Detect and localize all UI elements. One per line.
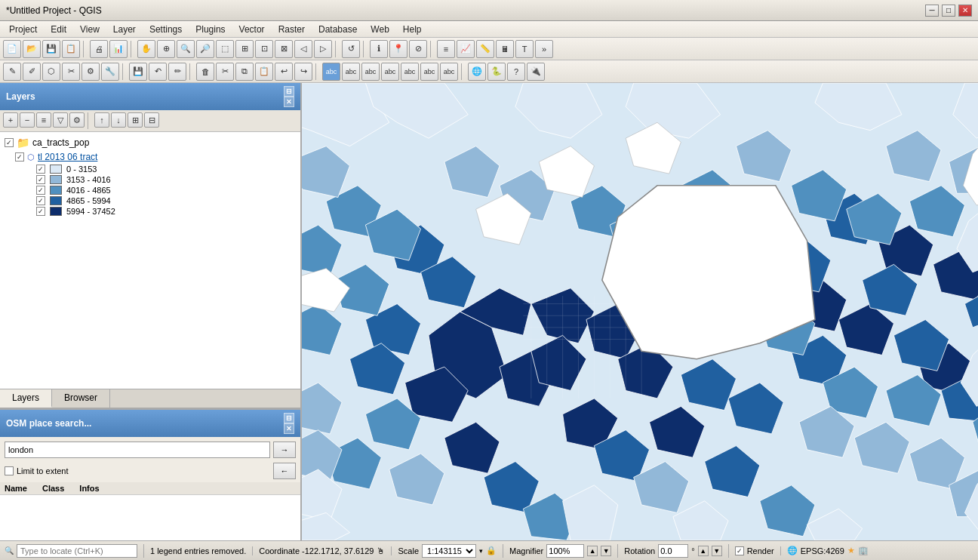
- render-checkbox[interactable]: [735, 546, 744, 555]
- digitize-btn5[interactable]: ⚙: [82, 63, 100, 81]
- mag-spin-down[interactable]: ▼: [601, 546, 611, 556]
- zoom-full-button[interactable]: ⊠: [275, 40, 293, 58]
- layers-float-button[interactable]: ⊟: [284, 86, 294, 97]
- minimize-button[interactable]: ─: [925, 5, 939, 17]
- digitize-advanced1[interactable]: 🌐: [468, 63, 486, 81]
- digitize-btn1[interactable]: ✎: [3, 63, 21, 81]
- osm-search-input[interactable]: [5, 442, 270, 458]
- digitize-btn4[interactable]: ✂: [62, 63, 80, 81]
- python-btn[interactable]: 🐍: [487, 63, 506, 81]
- menu-layer[interactable]: Layer: [107, 23, 142, 36]
- undo-btn[interactable]: ↩: [275, 63, 293, 81]
- delete-btn[interactable]: 🗑: [196, 63, 214, 81]
- menu-edit[interactable]: Edit: [45, 23, 72, 36]
- menu-view[interactable]: View: [74, 23, 106, 36]
- zoom-selection-button[interactable]: ⊞: [235, 40, 254, 58]
- limit-checkbox[interactable]: [5, 466, 14, 475]
- legend-check-2[interactable]: [36, 186, 45, 195]
- copy-btn[interactable]: ⧉: [235, 63, 254, 81]
- magnifier-input[interactable]: [546, 544, 584, 558]
- pan-button[interactable]: ✋: [137, 40, 155, 58]
- calc-button[interactable]: 🖩: [496, 40, 514, 58]
- layer-group-item[interactable]: 📁 ca_tracts_pop: [0, 135, 300, 150]
- save-as-button[interactable]: 📋: [62, 40, 80, 58]
- maximize-button[interactable]: □: [942, 5, 955, 17]
- edit-btn[interactable]: ✏: [168, 63, 186, 81]
- rubber-band-button[interactable]: ⬚: [216, 40, 234, 58]
- filter-layer-btn[interactable]: ▽: [53, 112, 68, 128]
- rot-spin-up[interactable]: ▲: [698, 546, 709, 556]
- menu-plugins[interactable]: Plugins: [189, 23, 231, 36]
- save-project-button[interactable]: 💾: [42, 40, 60, 58]
- expand-all-btn[interactable]: ⊞: [128, 112, 143, 128]
- menu-help[interactable]: Help: [397, 23, 428, 36]
- map-area[interactable]: [302, 83, 978, 540]
- remove-layer-btn[interactable]: −: [20, 112, 35, 128]
- legend-check-3[interactable]: [36, 196, 45, 205]
- move-down-btn[interactable]: ↓: [111, 112, 126, 128]
- more-button[interactable]: »: [535, 40, 553, 58]
- legend-check-4[interactable]: [36, 207, 45, 216]
- digitize-btn3[interactable]: ⬡: [42, 63, 60, 81]
- text-button[interactable]: T: [515, 40, 534, 58]
- measure-button[interactable]: 📏: [476, 40, 494, 58]
- help-btn[interactable]: ?: [507, 63, 525, 81]
- zoom-out-button[interactable]: 🔎: [196, 40, 214, 58]
- label-btn2[interactable]: abc: [342, 63, 360, 81]
- identify-button[interactable]: ℹ: [370, 40, 388, 58]
- layer-item[interactable]: ⬡ tl 2013 06 tract: [0, 150, 300, 164]
- select-location-button[interactable]: 📍: [389, 40, 408, 58]
- label-btn6[interactable]: abc: [420, 63, 438, 81]
- collapse-all-btn[interactable]: ⊟: [144, 112, 159, 128]
- zoom-in-button[interactable]: 🔍: [177, 40, 195, 58]
- legend-check-1[interactable]: [36, 175, 45, 184]
- zoom-next-button[interactable]: ▷: [314, 40, 332, 58]
- cut-btn[interactable]: ✂: [216, 63, 234, 81]
- digitize-btn6[interactable]: 🔧: [101, 63, 119, 81]
- locate-input[interactable]: [17, 544, 137, 558]
- save-layer-btn[interactable]: 💾: [129, 63, 147, 81]
- plugin-btn[interactable]: 🔌: [527, 63, 545, 81]
- digitize-btn2[interactable]: ✐: [23, 63, 41, 81]
- label-btn7[interactable]: abc: [440, 63, 458, 81]
- rollback-btn[interactable]: ↶: [149, 63, 167, 81]
- scale-select[interactable]: 1:143115: [422, 544, 476, 558]
- label-btn3[interactable]: abc: [361, 63, 380, 81]
- pan-to-selection-button[interactable]: ⊕: [157, 40, 175, 58]
- osm-back-button[interactable]: ←: [273, 463, 296, 479]
- new-project-button[interactable]: 📄: [3, 40, 21, 58]
- refresh-button[interactable]: ↺: [342, 40, 360, 58]
- deselect-button[interactable]: ⊘: [409, 40, 427, 58]
- print-composer-button[interactable]: 📊: [109, 40, 128, 58]
- print-button[interactable]: 🖨: [90, 40, 108, 58]
- layers-close-button[interactable]: ✕: [284, 97, 294, 107]
- layer-options-btn[interactable]: ⚙: [69, 112, 85, 128]
- open-project-button[interactable]: 📂: [23, 40, 41, 58]
- menu-settings[interactable]: Settings: [143, 23, 188, 36]
- rot-spin-down[interactable]: ▼: [712, 546, 722, 556]
- osm-float-button[interactable]: ⊟: [284, 413, 294, 423]
- open-attribute-btn[interactable]: ≡: [36, 112, 51, 128]
- osm-close-button[interactable]: ✕: [284, 423, 294, 434]
- layer-checkbox[interactable]: [15, 152, 24, 162]
- stats-button[interactable]: 📈: [457, 40, 475, 58]
- open-table-button[interactable]: ≡: [437, 40, 455, 58]
- label-btn5[interactable]: abc: [401, 63, 419, 81]
- paste-btn[interactable]: 📋: [255, 63, 273, 81]
- tab-layers[interactable]: Layers: [0, 389, 52, 408]
- label-btn4[interactable]: abc: [381, 63, 399, 81]
- label-btn1[interactable]: abc: [322, 63, 340, 81]
- add-layer-btn[interactable]: +: [3, 112, 18, 128]
- legend-check-0[interactable]: [36, 165, 45, 174]
- menu-vector[interactable]: Vector: [233, 23, 271, 36]
- tab-browser[interactable]: Browser: [52, 389, 110, 408]
- zoom-last-button[interactable]: ◁: [294, 40, 312, 58]
- redo-btn[interactable]: ↪: [294, 63, 312, 81]
- mag-spin-up[interactable]: ▲: [587, 546, 598, 556]
- menu-database[interactable]: Database: [312, 23, 363, 36]
- close-button[interactable]: ✕: [958, 5, 972, 17]
- menu-raster[interactable]: Raster: [272, 23, 311, 36]
- move-up-btn[interactable]: ↑: [94, 112, 109, 128]
- group-checkbox[interactable]: [5, 138, 14, 147]
- menu-project[interactable]: Project: [3, 23, 43, 36]
